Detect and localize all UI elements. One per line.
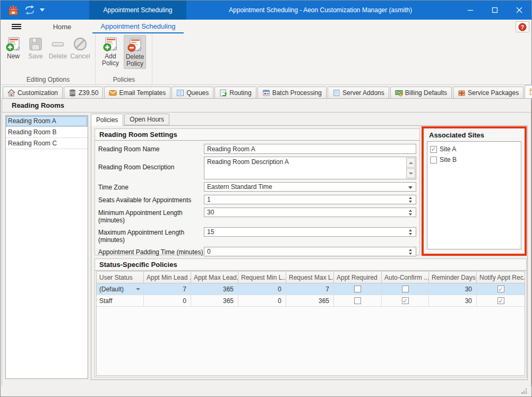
spinner-arrows[interactable] — [407, 195, 414, 204]
user-status-dropdown-caret[interactable] — [136, 288, 140, 290]
description-scrollbar — [406, 158, 415, 178]
spinner-arrows[interactable] — [407, 228, 414, 236]
col-appt-min-lead[interactable]: Appt Min Lead ... — [143, 272, 191, 283]
min-appt-length-spinner[interactable]: 30 — [204, 208, 416, 217]
cell-request-max-lead[interactable]: 365 — [286, 295, 333, 307]
col-user-status[interactable]: User Status — [97, 272, 143, 283]
list-item-reading-room-c[interactable]: Reading Room C — [6, 138, 88, 149]
app-logo-icon — [7, 4, 19, 16]
tab-routing[interactable]: Routing — [214, 87, 256, 98]
appointment-scheduling-calendar-icon — [529, 88, 532, 96]
cell-appt-max-lead[interactable]: 365 — [191, 295, 238, 307]
package-icon — [458, 89, 466, 97]
auto-confirm-checkbox[interactable]: ✓ — [402, 286, 409, 292]
cell-reminder-days[interactable]: 30 — [428, 283, 476, 295]
col-reminder-days[interactable]: Reminder Days — [428, 272, 476, 283]
seats-available-spinner[interactable]: 1 — [204, 195, 416, 204]
save-button[interactable]: Save — [24, 35, 47, 61]
reading-room-settings-header: Reading Room Settings — [95, 129, 419, 141]
tab-customization[interactable]: Customization — [3, 87, 63, 98]
minimize-icon — [467, 7, 474, 13]
col-request-max-lead[interactable]: Request Max L... — [286, 272, 333, 283]
site-a-checkbox[interactable]: ✓ — [430, 146, 437, 153]
site-b-checkbox[interactable]: ✓ — [430, 157, 437, 163]
site-b-item[interactable]: ✓ Site B — [429, 154, 519, 165]
dropdown-caret-icon[interactable] — [408, 186, 413, 189]
list-item-reading-room-a[interactable]: Reading Room A — [6, 116, 88, 127]
cell-appt-required[interactable]: ✓ — [333, 295, 381, 307]
titlebar-active-tab[interactable]: Appointment Scheduling — [89, 1, 186, 20]
col-notify-appt-rec[interactable]: Notify Appt Rec... — [476, 272, 525, 283]
minimize-button[interactable] — [458, 1, 483, 20]
time-zone-dropdown[interactable]: Eastern Standard Time — [204, 182, 416, 192]
cell-appt-required[interactable]: ✓ — [333, 283, 381, 295]
tab-policies[interactable]: Policies — [91, 114, 123, 126]
cell-appt-min-lead[interactable]: 7 — [143, 283, 191, 295]
ribbon-tab-appointment-scheduling[interactable]: Appointment Scheduling — [92, 20, 184, 33]
auto-confirm-checkbox[interactable]: ✓ — [402, 297, 409, 304]
appt-required-checkbox[interactable]: ✓ — [354, 286, 361, 292]
cell-appt-max-lead[interactable]: 365 — [191, 283, 238, 295]
cell-user-status[interactable]: Staff — [97, 295, 143, 307]
delete-bar-icon — [50, 36, 66, 52]
notify-appt-rec-checkbox[interactable]: ✓ — [497, 286, 504, 292]
cell-request-max-lead[interactable]: 7 — [286, 283, 333, 295]
appt-required-checkbox[interactable]: ✓ — [354, 297, 361, 304]
list-item-reading-room-b[interactable]: Reading Room B — [6, 127, 88, 138]
cell-notify-appt-rec[interactable]: ✓ — [476, 295, 525, 307]
add-policy-icon — [102, 36, 118, 52]
maximize-button[interactable] — [483, 1, 507, 20]
tab-batch-processing[interactable]: Batch Processing — [258, 87, 327, 98]
col-appt-required[interactable]: Appt Required — [333, 272, 381, 283]
reading-rooms-header: Reading Rooms — [2, 99, 531, 113]
appt-padding-spinner[interactable]: 0 — [204, 247, 416, 256]
tab-email-templates[interactable]: Email Templates — [104, 87, 170, 98]
tab-service-packages[interactable]: Service Packages — [453, 87, 524, 98]
associated-sites-list: ✓ Site A ✓ Site B — [427, 141, 521, 249]
spinner-arrows[interactable] — [407, 208, 414, 217]
scroll-up-button[interactable] — [406, 158, 415, 168]
site-a-item[interactable]: ✓ Site A — [429, 144, 519, 154]
detail-panel: Policies Open Hours Reading Room Setting… — [91, 114, 528, 380]
menu-hamburger-icon[interactable] — [12, 24, 21, 29]
delete-button[interactable]: Delete — [47, 35, 69, 61]
cell-reminder-days[interactable]: 30 — [428, 295, 476, 307]
resize-grip[interactable] — [521, 388, 527, 394]
cell-auto-confirm[interactable]: ✓ — [381, 283, 428, 295]
max-appt-length-spinner[interactable]: 15 — [204, 227, 416, 237]
spinner-arrows[interactable] — [407, 247, 414, 256]
cell-user-status[interactable]: (Default) — [97, 283, 143, 295]
quick-access-caret-icon[interactable] — [40, 8, 45, 12]
reading-room-description-input[interactable]: Reading Room Description A — [204, 157, 416, 179]
tab-queues[interactable]: Queues — [171, 87, 213, 98]
col-auto-confirm[interactable]: Auto-Confirm ... — [381, 272, 428, 283]
col-request-min-lead[interactable]: Request Min L... — [238, 272, 286, 283]
table-row-staff: Staff 0 365 0 365 ✓ ✓ 3 — [97, 295, 525, 307]
close-button[interactable] — [507, 1, 531, 20]
queues-list-icon — [176, 89, 184, 97]
cell-notify-appt-rec[interactable]: ✓ — [476, 283, 525, 295]
cell-request-min-lead[interactable]: 0 — [238, 283, 286, 295]
reading-room-name-input[interactable]: Reading Room A — [204, 144, 416, 154]
ribbon-tab-home[interactable]: Home — [38, 20, 86, 33]
notify-appt-rec-checkbox[interactable]: ✓ — [497, 297, 504, 304]
scroll-down-button[interactable] — [406, 168, 415, 178]
tab-server-addons[interactable]: Server Addons — [328, 87, 389, 98]
tab-open-hours[interactable]: Open Hours — [124, 114, 169, 125]
cancel-button[interactable]: Cancel — [69, 35, 91, 61]
cell-auto-confirm[interactable]: ✓ — [381, 295, 428, 307]
delete-policy-button[interactable]: Delete Policy — [124, 35, 146, 69]
field-label-max-appt-length: Maximum Appointment Length (minutes) — [98, 227, 204, 244]
cell-appt-min-lead[interactable]: 0 — [143, 295, 191, 307]
col-appt-max-lead[interactable]: Appt Max Lead... — [191, 272, 238, 283]
tab-appointment-scheduling[interactable]: Appointment Scheduling — [525, 85, 532, 98]
field-label-min-appt-length: Minimum Appointment Length (minutes) — [98, 208, 204, 224]
new-button[interactable]: New — [2, 35, 24, 61]
group-label-policies: Policies — [96, 76, 152, 83]
undo-redo-icon[interactable] — [24, 5, 35, 15]
cell-request-min-lead[interactable]: 0 — [238, 295, 286, 307]
add-policy-button[interactable]: Add Policy — [97, 35, 124, 69]
help-button[interactable]: ? — [516, 21, 529, 32]
tab-billing-defaults[interactable]: Billing Defaults — [390, 87, 452, 98]
tab-z3950[interactable]: Z39.50 — [64, 87, 103, 98]
